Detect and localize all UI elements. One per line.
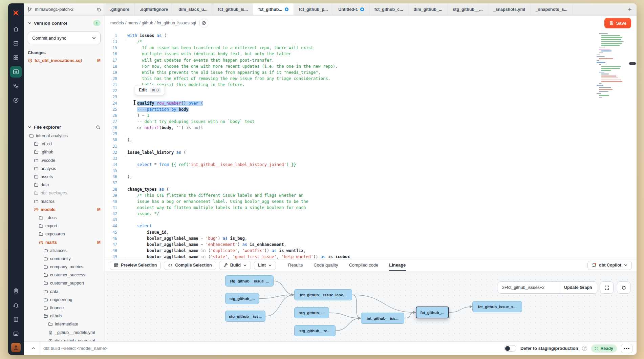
tab--gitignore[interactable]: .gitignore [105,3,135,15]
code-line-13[interactable]: 13 /* [105,39,637,45]
tree-item-data[interactable]: data [28,181,101,189]
support-headset-icon[interactable] [10,299,22,311]
lint-button[interactable]: Lint [254,261,276,270]
code-line-23[interactable]: 23 [105,94,637,100]
lineage-node-fct_github_-[interactable]: fct_github_... [416,307,449,318]
code-line-35[interactable]: 35 [105,168,637,174]
tab-_snapshots-yml[interactable]: _snapshots.yml [488,3,531,15]
code-line-29[interactable]: 29 [105,131,637,137]
tree-item-models[interactable]: modelsM [28,206,101,214]
help-icon[interactable]: ? [582,346,587,351]
lineage-node-stg_github__iss-[interactable]: stg_github__iss... [225,311,265,322]
tree-item-macros[interactable]: macros [28,197,101,206]
code-line-26[interactable]: 26 ) = 1 [105,112,637,119]
code-line-16[interactable]: 16 multiple issues with identical body t… [105,51,637,57]
lineage-node-int_github__issue_labe-[interactable]: int_github__issue_labe... [294,289,352,300]
code-line-17[interactable]: 17 will get updates for events that happ… [105,57,637,63]
code-line-46[interactable]: 46 boolor_agg(label_name = 'bug') as is_… [105,235,637,241]
code-editor[interactable]: 1with issues as (13 /*15 If an issue has… [105,30,637,259]
tab-fct_github_p-[interactable]: fct_github_p... [294,3,333,15]
tree-item-customer_support[interactable]: customer_support [28,279,101,287]
lineage-selector-input[interactable] [498,282,559,293]
tree-item-data[interactable]: data [28,288,101,296]
code-line-1[interactable]: 1with issues as ( [105,33,637,39]
code-line-44[interactable]: 44 select [105,223,637,229]
search-icon[interactable] [96,125,101,130]
lineage-node-fct_github_issue_s-[interactable]: fct_github_issue_s... [472,301,522,312]
docs-book-icon[interactable] [10,314,22,325]
tree-item-export[interactable]: export [28,222,101,230]
code-line-36[interactable]: 36), [105,174,637,180]
code-line-24[interactable]: 24 qualify row_number() over ( [105,100,637,106]
file-explorer-header[interactable]: File explorer [28,125,101,130]
code-line-32[interactable]: 32issue_label_history as ( [105,149,637,155]
tab-lineage[interactable]: Lineage [389,259,406,271]
shortcuts-keyboard-icon[interactable] [10,328,22,339]
tree-item--github[interactable]: .github [28,148,101,156]
lineage-node-stg_github__issue_-[interactable]: stg_github__issue_... [225,275,274,287]
tree-item-intermediate[interactable]: intermediate [28,320,101,328]
apps-grid-icon[interactable] [10,52,22,63]
tab-dim_slack_u-[interactable]: dim_slack_u... [173,3,213,15]
more-options-button[interactable]: ••• [621,344,632,353]
tab--sqlfluffignore[interactable]: .sqlfluffignore [135,3,173,15]
tree-item-internal-analytics[interactable]: internal-analytics [28,132,101,140]
tree-item-alliances[interactable]: alliances [28,247,101,255]
commit-and-sync-dropdown[interactable]: Commit and sync [28,31,101,44]
version-control-header[interactable]: Version control 1 [28,20,101,26]
dbt-copilot-button[interactable]: dbt Copilot [587,261,632,270]
code-line-41[interactable]: 41 easiest way to flatten multiple label… [105,205,637,211]
code-line-40[interactable]: 40 issue has a bug or enhancement label.… [105,198,637,205]
lineage-node-int_github__iss-[interactable]: int_github__iss... [361,313,404,324]
tree-item-engineering[interactable]: engineering [28,296,101,304]
code-line-33[interactable]: 33 [105,155,637,162]
code-line-19[interactable]: 19 While this prevents the old issue fro… [105,69,637,76]
tab-compiled-code[interactable]: Compiled code [348,259,379,271]
changelog-icon[interactable] [10,285,22,297]
defer-toggle[interactable] [504,345,516,352]
compile-selection-button[interactable]: Compile Selection [164,261,216,270]
changed-file-row[interactable]: fct_dbt_invocations.sql M [28,58,101,63]
code-line-28[interactable]: 28 or nullif(body, '') is null [105,125,637,131]
tree-item-community[interactable]: community [28,255,101,263]
code-line-18[interactable]: 18 For now, choose the one with more rec… [105,63,637,69]
code-line-20[interactable]: 20 this has the effect of removing the n… [105,76,637,82]
tab-fct_github_is-[interactable]: fct_github_is... [213,3,253,15]
tree-item--ci_cd[interactable]: .ci_cd [28,140,101,148]
code-line-42[interactable]: 42 issue. */ [105,211,637,217]
preview-selection-button[interactable]: Preview Selection [110,261,161,270]
tab-code-quality[interactable]: Code quality [313,259,338,271]
tree-item-_github__models-yml[interactable]: _github__models.yml [28,329,101,337]
new-tab-button[interactable]: + [623,3,637,15]
lineage-node-stg_github__re-[interactable]: stg_github__re... [294,325,336,336]
tree-item-company_metrics[interactable]: company_metrics [28,263,101,271]
tree-item-dbt_packages[interactable]: dbt_packages [28,189,101,197]
expand-command-panel-button[interactable] [28,342,39,355]
tab-stg_github__-[interactable]: stg_github__... [448,3,488,15]
code-line-25[interactable]: 25 ····partition by body [105,106,637,112]
tab-dim_github_-[interactable]: dim_github_... [409,3,448,15]
tree-item-marts[interactable]: martsM [28,238,101,246]
code-line-30[interactable]: 30), [105,137,637,143]
git-branch-selector[interactable]: mirnawong1-patch-2 [24,3,105,15]
code-line-37[interactable]: 37 [105,180,637,186]
command-input[interactable]: dbt build --select <model_name> [43,346,500,351]
tree-item-exposures[interactable]: exposures [28,230,101,238]
code-line-31[interactable]: 31 [105,143,637,149]
code-line-38[interactable]: 38change_types as ( [105,186,637,192]
copy-icon[interactable] [96,7,101,12]
home-icon[interactable] [10,23,22,35]
code-line-27[interactable]: 27 -- don't try deduping issues with no … [105,119,637,125]
code-line-15[interactable]: 15 If an issue has been transferred to a… [105,45,637,51]
refresh-graph-button[interactable] [617,281,630,294]
code-line-21[interactable]: 21 Let's revisit this modeling in the fu… [105,82,637,88]
lineage-node-stg_github_-[interactable]: stg_github_... [225,293,259,304]
tree-item-finance[interactable]: finance [28,304,101,312]
deploy-jobs-icon[interactable] [10,38,22,49]
tree-item-dim_github_users-sql[interactable]: dim_github_users.sql [28,337,101,341]
explore-compass-icon[interactable] [10,94,22,106]
tab-fct_github_c-[interactable]: fct_github_c... [369,3,409,15]
code-line-22[interactable]: 22 [105,88,637,94]
tree-item-assets[interactable]: assets [28,173,101,181]
tab-fct_github-[interactable]: fct_github... [253,3,294,15]
